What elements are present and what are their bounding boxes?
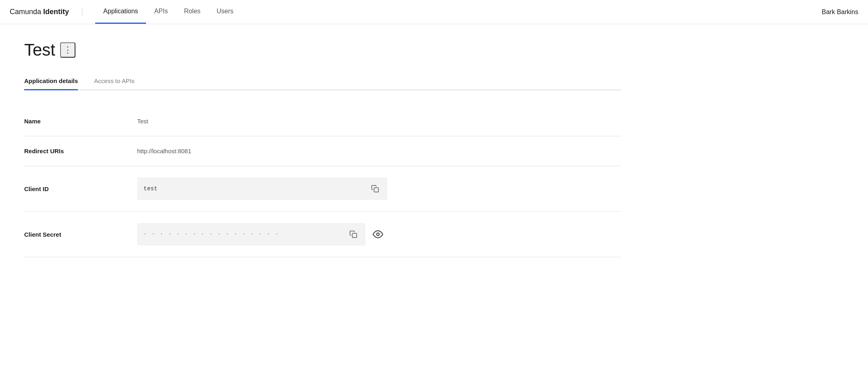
detail-row-name: Name Test — [24, 106, 621, 136]
client-secret-input-box: · · · · · · · · · · · · · · · · · — [137, 223, 365, 246]
nav-users[interactable]: Users — [209, 0, 242, 24]
reveal-secret-button[interactable] — [369, 227, 387, 241]
detail-row-client-secret: Client Secret · · · · · · · · · · · · · … — [24, 212, 621, 257]
copy-icon — [371, 185, 379, 193]
copy-client-id-button[interactable] — [369, 183, 381, 194]
top-nav: Camunda Identity Applications APIs Roles… — [0, 0, 868, 24]
detail-rows: Name Test Redirect URIs http://localhost… — [24, 106, 621, 257]
nav-roles[interactable]: Roles — [176, 0, 209, 24]
nav-links: Applications APIs Roles Users — [95, 0, 242, 24]
value-client-id: test — [137, 177, 387, 200]
value-client-secret: · · · · · · · · · · · · · · · · · — [137, 223, 387, 246]
label-redirect-uris: Redirect URIs — [24, 148, 137, 154]
more-menu-button[interactable]: ⋮ — [60, 42, 75, 58]
copy-icon — [349, 230, 357, 238]
tab-access-to-apis[interactable]: Access to APIs — [94, 73, 134, 90]
value-redirect-uris: http://localhost:8081 — [137, 148, 621, 154]
client-id-text: test — [144, 185, 158, 192]
eye-icon — [373, 229, 383, 240]
detail-row-client-id: Client ID test — [24, 166, 621, 212]
label-name: Name — [24, 118, 137, 125]
label-client-secret: Client Secret — [24, 231, 137, 238]
copy-client-secret-button[interactable] — [348, 229, 359, 240]
svg-rect-0 — [374, 188, 379, 192]
page-title-row: Test ⋮ — [24, 40, 621, 60]
user-name: Bark Barkins — [822, 8, 858, 16]
page-content: Test ⋮ Application details Access to API… — [0, 24, 645, 273]
value-name: Test — [137, 118, 621, 125]
nav-applications[interactable]: Applications — [95, 0, 146, 24]
brand-logo: Camunda Identity — [10, 8, 82, 16]
client-id-input-box: test — [137, 177, 387, 200]
subtabs: Application details Access to APIs — [24, 73, 621, 90]
client-secret-text: · · · · · · · · · · · · · · · · · — [144, 231, 280, 237]
svg-point-2 — [377, 233, 380, 236]
svg-rect-1 — [353, 233, 357, 238]
detail-row-redirect-uris: Redirect URIs http://localhost:8081 — [24, 136, 621, 166]
page-title: Test — [24, 40, 55, 60]
nav-apis[interactable]: APIs — [146, 0, 176, 24]
tab-application-details[interactable]: Application details — [24, 73, 78, 90]
label-client-id: Client ID — [24, 185, 137, 192]
